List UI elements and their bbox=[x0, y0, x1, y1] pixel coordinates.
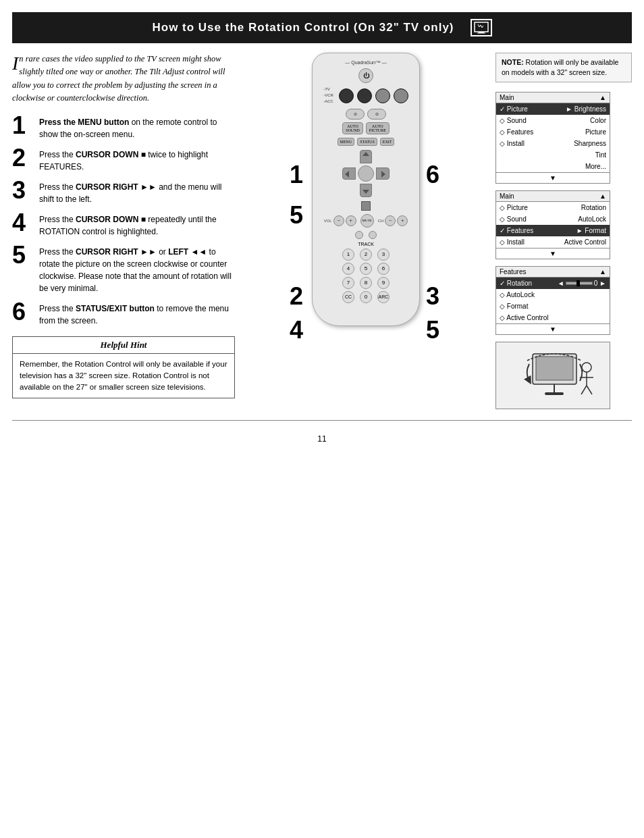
ch-minus-button[interactable]: − bbox=[385, 215, 396, 226]
vol-minus-button[interactable]: − bbox=[333, 215, 344, 226]
num-0-button[interactable]: 0 bbox=[360, 291, 372, 303]
page-header: How to Use the Rotation Control (On 32" … bbox=[12, 12, 632, 43]
overlay-num-4: 4 bbox=[290, 316, 303, 344]
step-6-number: 6 bbox=[12, 300, 34, 324]
menu-2-install-value: Active Control bbox=[564, 237, 606, 247]
menu-2-picture-value: Rotation bbox=[581, 203, 606, 213]
arc-button[interactable]: ARC bbox=[377, 291, 390, 303]
acc-label: -ACC bbox=[323, 99, 333, 104]
step-3-number: 3 bbox=[12, 178, 34, 203]
menu-3-autolock-label: ◇ AutoLock bbox=[500, 290, 535, 300]
menu-1-row-more: More... bbox=[496, 161, 610, 172]
sleep-button[interactable] bbox=[369, 231, 377, 239]
menu-2-install-label: ◇ Install bbox=[500, 237, 525, 247]
auto-picture-button[interactable]: AUTOPICTURE bbox=[366, 122, 390, 134]
cursor-right-button[interactable] bbox=[376, 167, 390, 180]
step-6-text: Press the STATUS/EXIT button to remove t… bbox=[39, 303, 235, 327]
source-btn-3[interactable] bbox=[375, 88, 390, 103]
menu-button[interactable]: MENU bbox=[338, 138, 355, 146]
vol-ch-row: VOL − + MUTE CH − + bbox=[319, 214, 412, 228]
menu-2-sound-value: AutoLock bbox=[578, 214, 606, 224]
step-5: 5 Press the CURSOR RIGHT ►► or LEFT ◄◄ t… bbox=[12, 246, 235, 294]
menu-3: Features ▲ ✓ Rotation ◄ 0 ► ◇ AutoLock ◇… bbox=[495, 266, 610, 335]
menu-1-row-sound: ◇ Sound Color bbox=[496, 115, 610, 126]
menu-1-picture-label: ✓ Picture bbox=[500, 104, 528, 114]
left-column: In rare cases the video supplied to the … bbox=[12, 53, 242, 409]
num-8-button[interactable]: 8 bbox=[360, 277, 372, 289]
svg-rect-6 bbox=[545, 392, 564, 395]
num-6-button[interactable]: 6 bbox=[377, 263, 390, 275]
power-button[interactable]: ⏻ bbox=[358, 68, 373, 83]
mute-button[interactable]: MUTE bbox=[360, 214, 374, 228]
overlay-num-3: 3 bbox=[426, 282, 439, 311]
num-5-button[interactable]: 5 bbox=[360, 263, 372, 275]
intro-paragraph: In rare cases the video supplied to the … bbox=[12, 53, 235, 105]
drop-cap: I bbox=[12, 54, 18, 73]
vol-plus-button[interactable]: + bbox=[346, 215, 356, 226]
menu-3-header-right: ▲ bbox=[599, 268, 606, 276]
cursor-left-button[interactable] bbox=[342, 167, 356, 180]
num-7-button[interactable]: 7 bbox=[342, 277, 354, 289]
step-2-text: Press the CURSOR DOWN ■ twice to highlig… bbox=[39, 149, 235, 173]
menu-3-row-autolock: ◇ AutoLock bbox=[496, 289, 610, 300]
num-1-button[interactable]: 1 bbox=[342, 248, 354, 261]
oval-btn-1[interactable]: ⊙ bbox=[346, 109, 365, 120]
cursor-up-button[interactable] bbox=[360, 150, 372, 163]
menu-2: Main ▲ ◇ Picture Rotation ◇ Sound AutoLo… bbox=[495, 190, 610, 259]
cc-button[interactable]: CC bbox=[342, 291, 354, 303]
source-btn-2[interactable] bbox=[357, 88, 372, 103]
menu-1-sound-label: ◇ Sound bbox=[500, 115, 527, 126]
status-button[interactable]: STATUS bbox=[357, 138, 377, 146]
source-labels: -TV -VCR -ACC bbox=[323, 87, 333, 105]
menu-3-row-rotation: ✓ Rotation ◄ 0 ► bbox=[496, 278, 610, 289]
num-row-4: CC 0 ARC bbox=[319, 291, 412, 303]
menu-1-row-features: ◇ Features Picture bbox=[496, 126, 610, 138]
exit-button[interactable]: EXIT bbox=[380, 138, 395, 146]
svg-line-11 bbox=[587, 386, 592, 394]
step-3: 3 Press the CURSOR RIGHT ►► and the menu… bbox=[12, 181, 235, 205]
cursor-down-button[interactable] bbox=[360, 184, 372, 197]
oval-btn-2[interactable]: ⊙ bbox=[367, 109, 386, 120]
menu-2-picture-label: ◇ Picture bbox=[500, 203, 528, 213]
menu-3-down-arrow: ▼ bbox=[496, 323, 610, 334]
auto-sound-button[interactable]: AUTOSOUND bbox=[342, 122, 363, 134]
misc-btn-1[interactable] bbox=[355, 231, 363, 239]
num-row-1: 1 2 3 bbox=[319, 248, 412, 261]
svg-line-10 bbox=[581, 386, 587, 394]
ch-plus-button[interactable]: + bbox=[397, 215, 408, 226]
source-btn-1[interactable] bbox=[339, 88, 354, 103]
dpad-center-button[interactable] bbox=[358, 165, 374, 182]
menu-1-tint-value: Tint bbox=[595, 150, 606, 160]
num-2-button[interactable]: 2 bbox=[360, 248, 372, 261]
step-4-number: 4 bbox=[12, 211, 34, 235]
menu-3-header: Features ▲ bbox=[496, 267, 610, 278]
num-9-button[interactable]: 9 bbox=[377, 277, 390, 289]
num-4-button[interactable]: 4 bbox=[342, 263, 354, 275]
stop-button[interactable] bbox=[361, 201, 371, 211]
vol-buttons: VOL − + bbox=[324, 215, 356, 226]
menu-2-row-sound: ◇ Sound AutoLock bbox=[496, 213, 610, 225]
hint-box: Helpful Hint Remember, the Rotation Cont… bbox=[12, 336, 235, 399]
svg-rect-4 bbox=[536, 357, 573, 380]
num-3-button[interactable]: 3 bbox=[377, 248, 390, 261]
hint-body: Remember, the Rotation Control will only… bbox=[13, 354, 234, 398]
oval-buttons-row: ⊙ ⊙ bbox=[319, 109, 412, 120]
overlay-num-5-right: 5 bbox=[426, 316, 439, 344]
menu-1-header-left: Main bbox=[500, 94, 514, 101]
menu-3-rotation-value: ◄ 0 ► bbox=[558, 278, 606, 288]
step-1: 1 Press the MENU button on the remote co… bbox=[12, 116, 235, 140]
menu-3-header-left: Features bbox=[500, 268, 526, 276]
step-4-text: Press the CURSOR DOWN ■ repeatedly until… bbox=[39, 213, 235, 238]
menu-3-rotation-label: ✓ Rotation bbox=[500, 278, 532, 288]
menu-2-header-left: Main bbox=[500, 192, 514, 200]
menu-2-row-features: ✓ Features ► Format bbox=[496, 225, 610, 236]
overlay-num-1: 1 bbox=[290, 161, 303, 189]
menu-2-down-arrow: ▼ bbox=[496, 248, 610, 259]
menu-1-install-value: Sharpness bbox=[574, 138, 606, 149]
svg-point-7 bbox=[582, 363, 591, 372]
source-btn-4[interactable] bbox=[394, 88, 408, 103]
menu-1: Main ▲ ✓ Picture ► Brightness ◇ Sound Co… bbox=[495, 92, 610, 184]
menu-2-header: Main ▲ bbox=[496, 191, 610, 202]
menu-3-format-label: ◇ Format bbox=[500, 301, 528, 311]
menu-2-row-picture: ◇ Picture Rotation bbox=[496, 202, 610, 213]
